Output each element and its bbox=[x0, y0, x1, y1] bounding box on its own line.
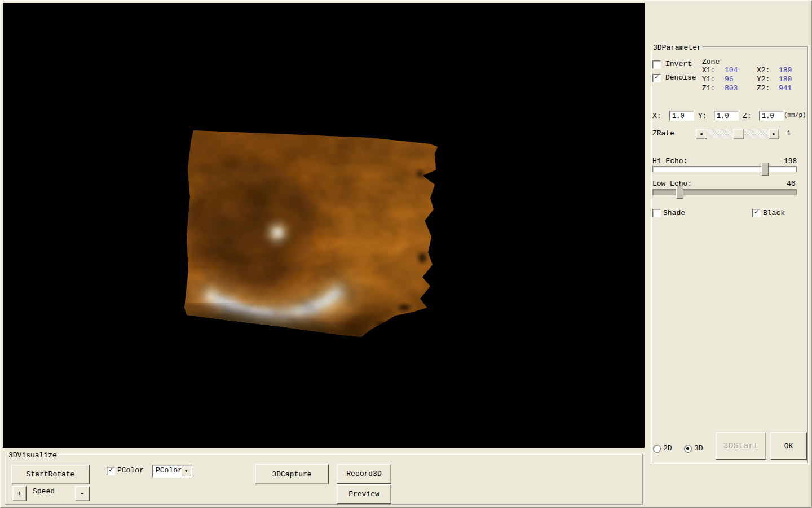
checkmark-icon: ✓ bbox=[653, 73, 660, 82]
low-echo-label: Low Echo: bbox=[652, 179, 692, 189]
start-rotate-button[interactable]: StartRotate bbox=[11, 465, 90, 484]
black-checkbox[interactable]: ✓ bbox=[752, 209, 761, 217]
zone-x1-label: X1: bbox=[702, 66, 715, 75]
parameter-group-title: 3DParameter bbox=[651, 44, 703, 52]
zone-x2-label: X2: bbox=[757, 66, 770, 75]
zrate-value: 1 bbox=[787, 129, 791, 138]
invert-checkbox[interactable] bbox=[652, 60, 661, 69]
zone-z1-label: Z1: bbox=[702, 84, 715, 93]
zone-x1-value: 104 bbox=[725, 66, 738, 75]
hi-echo-slider-thumb[interactable] bbox=[761, 163, 769, 176]
zrate-label: ZRate bbox=[652, 129, 674, 138]
zone-z1-value: 803 bbox=[725, 84, 738, 93]
shade-label: Shade bbox=[663, 209, 685, 218]
low-echo-slider-track[interactable] bbox=[652, 189, 797, 195]
mode-2d-radio[interactable] bbox=[653, 445, 661, 453]
invert-label: Invert bbox=[665, 60, 692, 69]
denoise-label: Denoise bbox=[665, 73, 696, 82]
hi-echo-label: Hi Echo: bbox=[652, 157, 687, 166]
pcolor-dropdown-button[interactable]: ▼ bbox=[181, 466, 191, 476]
zone-y1-label: Y1: bbox=[702, 75, 715, 84]
zone-y2-label: Y2: bbox=[757, 75, 770, 84]
visualize-group-title: 3DVisualize bbox=[7, 452, 59, 459]
mode-3d-label: 3D bbox=[694, 444, 703, 453]
render-viewport[interactable] bbox=[3, 3, 645, 448]
checkmark-icon: ✓ bbox=[753, 208, 760, 217]
low-echo-value: 46 bbox=[787, 179, 796, 189]
pcolor-checkbox[interactable]: ✓ bbox=[107, 467, 115, 475]
pcolor-dropdown-value: PColor bbox=[156, 466, 182, 475]
arrow-right-icon: ► bbox=[773, 132, 775, 137]
black-label: Black bbox=[763, 209, 785, 218]
pcolor-dropdown[interactable]: PColor ▼ bbox=[152, 465, 192, 478]
checkmark-icon: ✓ bbox=[107, 466, 114, 475]
hi-echo-slider-track[interactable] bbox=[652, 166, 797, 172]
zone-title: Zone bbox=[702, 58, 720, 67]
scale-x-label: X: bbox=[652, 112, 661, 121]
scale-z-input[interactable] bbox=[759, 111, 784, 121]
speed-plus-button[interactable]: + bbox=[12, 486, 27, 501]
mode-2d-label: 2D bbox=[663, 444, 672, 453]
record-3d-button[interactable]: Record3D bbox=[337, 464, 391, 484]
zrate-scroll-right-button[interactable]: ► bbox=[769, 129, 779, 139]
arrow-left-icon: ◄ bbox=[700, 132, 703, 137]
pcolor-checkbox-label: PColor bbox=[117, 466, 144, 475]
zone-z2-label: Z2: bbox=[757, 84, 770, 93]
scale-x-input[interactable] bbox=[669, 111, 694, 121]
zone-y1-value: 96 bbox=[725, 75, 734, 84]
capture-3d-button[interactable]: 3DCapture bbox=[255, 464, 329, 484]
scale-y-label: Y: bbox=[698, 112, 707, 121]
shade-checkbox[interactable] bbox=[652, 209, 661, 217]
scale-unit-label: (mm/p) bbox=[784, 111, 806, 120]
zone-z2-value: 941 bbox=[779, 84, 792, 93]
preview-button[interactable]: Preview bbox=[337, 484, 391, 504]
scale-z-label: Z: bbox=[743, 112, 752, 121]
parameter-groupbox bbox=[651, 46, 808, 463]
ultrasound-3d-render[interactable] bbox=[3, 3, 645, 448]
denoise-checkbox[interactable]: ✓ bbox=[652, 74, 661, 82]
ok-button[interactable]: OK bbox=[770, 432, 807, 460]
scale-y-input[interactable] bbox=[714, 111, 739, 121]
low-echo-slider-thumb[interactable] bbox=[676, 186, 683, 199]
zone-y2-value: 180 bbox=[779, 75, 792, 84]
speed-minus-button[interactable]: - bbox=[75, 486, 90, 501]
start3d-button[interactable]: 3DStart bbox=[716, 432, 766, 460]
hi-echo-value: 198 bbox=[784, 157, 797, 166]
speed-label: Speed bbox=[33, 487, 55, 496]
zrate-scrollbar[interactable]: ◄ ► bbox=[696, 129, 779, 138]
mode-3d-radio[interactable] bbox=[684, 445, 692, 453]
zrate-scroll-thumb[interactable] bbox=[733, 129, 744, 139]
chevron-down-icon: ▼ bbox=[185, 469, 187, 474]
radio-dot-icon bbox=[686, 447, 689, 450]
zone-x2-value: 189 bbox=[779, 66, 792, 75]
